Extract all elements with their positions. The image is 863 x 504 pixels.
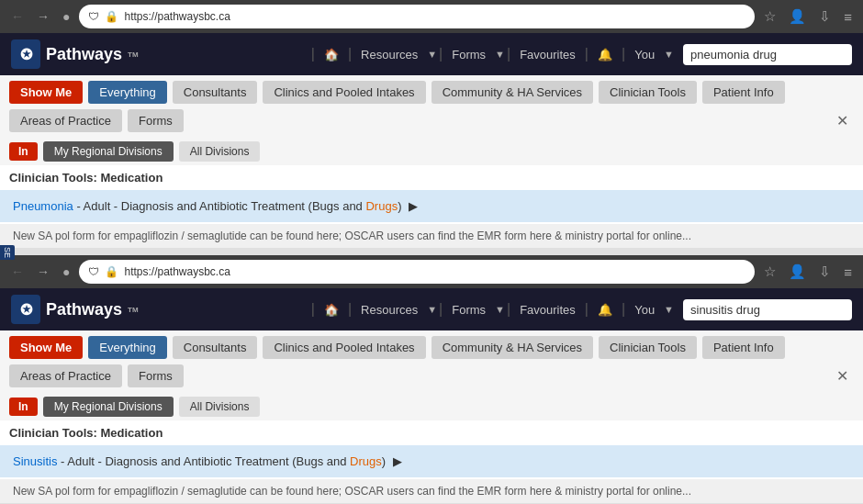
divisions-bar-1: In My Regional Divisions All Divisions <box>0 138 863 165</box>
back-button-2[interactable]: ← <box>7 263 28 281</box>
menu-button-1[interactable]: ≡ <box>840 7 856 27</box>
browser-window-2: ← → ● 🛡 🔒 https://pathwaysbc.ca ☆ 👤 ⇩ ≡ … <box>0 255 863 503</box>
nav-resources-1[interactable]: Resources <box>353 44 425 65</box>
close-panel-button-2[interactable]: ✕ <box>831 365 854 386</box>
address-bar-1[interactable]: 🛡 🔒 https://pathwaysbc.ca <box>79 5 755 28</box>
site-header-1: SE ✪ Pathways TM | 🏠 | Resources ▼ | For… <box>0 33 863 75</box>
bookmark-button-1[interactable]: ☆ <box>760 6 779 27</box>
window-separator <box>0 248 863 255</box>
site-header-2: SE ✪ Pathways TM | 🏠 | Resources ▼ | For… <box>0 288 863 330</box>
nav-home-2[interactable]: 🏠 <box>317 299 346 320</box>
in-badge-1: In <box>9 142 38 161</box>
close-panel-button-1[interactable]: ✕ <box>831 110 854 131</box>
show-me-button-2[interactable]: Show Me <box>9 336 83 359</box>
forms-arrow-1: ▼ <box>495 49 505 60</box>
menu-button-2[interactable]: ≡ <box>840 263 856 282</box>
browser-window-1: ← → ● 🛡 🔒 https://pathwaysbc.ca ☆ 👤 ⇩ ≡ … <box>0 0 863 248</box>
nav-you-1[interactable]: You <box>627 44 662 65</box>
content-panel-2: Show Me Everything Consultants Clinics a… <box>0 330 863 503</box>
show-me-bar-2: Show Me Everything Consultants Clinics a… <box>0 330 863 393</box>
filter-tab-community-1[interactable]: Community & HA Services <box>432 81 593 104</box>
nav-bell-2[interactable]: 🔔 <box>590 299 620 320</box>
truncated-result-2: New SA pol form for empagliflozin / sema… <box>0 479 863 503</box>
browser-chrome-1: ← → ● 🛡 🔒 https://pathwaysbc.ca ☆ 👤 ⇩ ≡ <box>0 0 863 33</box>
filter-tab-clinics-1[interactable]: Clinics and Pooled Intakes <box>263 81 425 104</box>
filter-tab-areas-1[interactable]: Areas of Practice <box>9 109 122 132</box>
logo-star-2: ✪ <box>11 295 40 324</box>
result-highlight-2: Drugs <box>350 454 382 468</box>
result-middle-2: - Adult - Diagnosis and Antibiotic Treat… <box>57 454 350 468</box>
in-badge-2: In <box>9 398 38 416</box>
url-text-2: https://pathwaysbc.ca <box>124 265 230 278</box>
result-suffix-2: ) <box>382 454 386 468</box>
filter-tab-patient-1[interactable]: Patient Info <box>702 81 785 104</box>
result-prefix-1: Pneumonia <box>13 199 73 213</box>
nav-forms-2[interactable]: Forms <box>444 299 493 320</box>
filter-tab-areas-2[interactable]: Areas of Practice <box>9 364 122 387</box>
back-button-1[interactable]: ← <box>7 7 28 26</box>
nav-favourites-2[interactable]: Favourites <box>512 299 583 320</box>
lock-icon-1: 🔒 <box>105 10 118 23</box>
shield-icon-1: 🛡 <box>88 10 99 23</box>
result-middle-1: - Adult - Diagnosis and Antibiotic Treat… <box>73 199 366 213</box>
search-input-2[interactable] <box>683 299 852 320</box>
filter-tab-forms-1[interactable]: Forms <box>128 109 184 132</box>
nav-resources-2[interactable]: Resources <box>353 299 425 320</box>
lock-icon-2: 🔒 <box>105 265 118 278</box>
resources-arrow-1: ▼ <box>427 49 437 60</box>
result-item-1[interactable]: Pneumonia - Adult - Diagnosis and Antibi… <box>0 190 863 222</box>
logo-star-1: ✪ <box>11 39 40 69</box>
search-input-1[interactable] <box>683 44 852 65</box>
forward-button-2[interactable]: → <box>33 263 53 281</box>
resources-arrow-2: ▼ <box>427 304 437 315</box>
all-divisions-btn-1[interactable]: All Divisions <box>179 141 261 162</box>
result-suffix-1: ) <box>398 199 401 213</box>
se-label-2: SE <box>0 244 15 259</box>
all-divisions-btn-2[interactable]: All Divisions <box>179 397 261 417</box>
url-text-1: https://pathwaysbc.ca <box>124 10 230 23</box>
reload-button-1[interactable]: ● <box>59 7 73 26</box>
download-button-1[interactable]: ⇩ <box>815 6 835 27</box>
forward-button-1[interactable]: → <box>33 7 53 26</box>
result-section-title-2: Clinician Tools: Medication <box>0 420 863 445</box>
nav-bell-1[interactable]: 🔔 <box>590 44 620 65</box>
logo-area-1[interactable]: ✪ Pathways TM <box>11 39 139 69</box>
nav-forms-1[interactable]: Forms <box>444 44 493 65</box>
filter-tab-consultants-1[interactable]: Consultants <box>173 81 258 104</box>
download-button-2[interactable]: ⇩ <box>815 262 835 282</box>
filter-tab-clinician-1[interactable]: Clinician Tools <box>599 81 697 104</box>
show-me-bar-1: Show Me Everything Consultants Clinics a… <box>0 75 863 138</box>
filter-tab-everything-1[interactable]: Everything <box>88 81 166 104</box>
my-regional-divisions-btn-2[interactable]: My Regional Divisions <box>43 397 174 417</box>
filter-tab-patient-2[interactable]: Patient Info <box>702 336 785 359</box>
bookmark-button-2[interactable]: ☆ <box>760 262 779 282</box>
filter-tab-clinics-2[interactable]: Clinics and Pooled Intakes <box>263 336 425 359</box>
divisions-bar-2: In My Regional Divisions All Divisions <box>0 393 863 420</box>
logo-area-2[interactable]: ✪ Pathways TM <box>11 295 139 324</box>
result-item-2[interactable]: Sinusitis - Adult - Diagnosis and Antibi… <box>0 445 863 477</box>
nav-you-2[interactable]: You <box>627 299 662 320</box>
filter-tab-community-2[interactable]: Community & HA Services <box>432 336 593 359</box>
nav-home-1[interactable]: 🏠 <box>317 44 346 65</box>
nav-favourites-1[interactable]: Favourites <box>512 44 583 65</box>
shield-icon-2: 🛡 <box>88 265 99 278</box>
filter-tab-consultants-2[interactable]: Consultants <box>173 336 258 359</box>
filter-tab-clinician-2[interactable]: Clinician Tools <box>599 336 697 359</box>
address-bar-2[interactable]: 🛡 🔒 https://pathwaysbc.ca <box>79 260 755 284</box>
logo-text-1: Pathways <box>46 45 122 64</box>
cursor-1: ▶ <box>409 199 418 213</box>
result-section-title-1: Clinician Tools: Medication <box>0 165 863 190</box>
profile-button-1[interactable]: 👤 <box>785 6 810 27</box>
header-nav-2: | 🏠 | Resources ▼ | Forms ▼ | Favourites… <box>311 299 852 320</box>
logo-text-2: Pathways <box>46 300 122 319</box>
result-highlight-1: Drugs <box>365 199 398 213</box>
content-panel-1: Show Me Everything Consultants Clinics a… <box>0 75 863 248</box>
filter-tab-forms-2[interactable]: Forms <box>128 364 184 387</box>
profile-button-2[interactable]: 👤 <box>785 262 810 282</box>
reload-button-2[interactable]: ● <box>59 263 73 281</box>
my-regional-divisions-btn-1[interactable]: My Regional Divisions <box>43 141 174 162</box>
filter-tab-everything-2[interactable]: Everything <box>88 336 166 359</box>
cursor-2: ▶ <box>393 454 402 468</box>
forms-arrow-2: ▼ <box>495 304 505 315</box>
show-me-button-1[interactable]: Show Me <box>9 81 83 104</box>
